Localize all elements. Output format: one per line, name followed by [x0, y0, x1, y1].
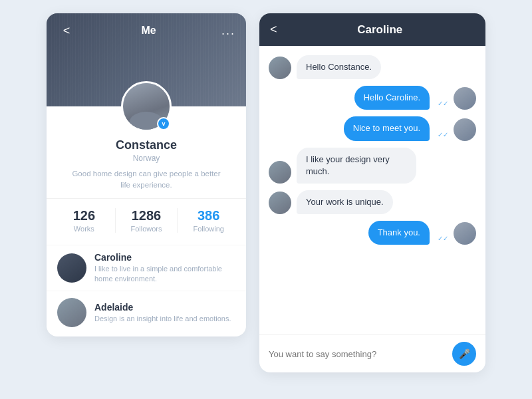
- profile-info: Constance Norway Good home design can gi…: [47, 132, 246, 192]
- chat-back-button[interactable]: <: [270, 23, 277, 37]
- contact-caroline[interactable]: Caroline I like to live in a simple and …: [47, 245, 246, 291]
- chat-header: < Caroline: [259, 13, 485, 46]
- message-avatar: [454, 87, 476, 110]
- profile-name: Constance: [60, 138, 233, 152]
- message-bubble: Your work is unique.: [297, 190, 393, 214]
- message-check-icon: ✓✓: [438, 131, 448, 141]
- contact-caroline-avatar: [57, 253, 86, 283]
- message-avatar: [269, 57, 291, 79]
- chat-messages: Hello Constance.Hello Caroline.✓✓Nice to…: [259, 46, 485, 334]
- message-row: Thank you.✓✓: [269, 221, 476, 245]
- message-bubble: Nice to meet you.: [344, 116, 430, 140]
- stat-followers: 1286 Followors: [115, 208, 178, 233]
- contact-adelaide[interactable]: Adelaide Design is an insight into life …: [47, 291, 246, 334]
- message-check-icon: ✓✓: [438, 100, 448, 110]
- message-row: Nice to meet you.✓✓: [269, 116, 476, 140]
- message-bubble: I like your design very much.: [297, 148, 416, 184]
- message-row: I like your design very much.: [269, 148, 476, 184]
- mic-button[interactable]: 🎤: [452, 342, 476, 366]
- message-row: Hello Constance.: [269, 55, 476, 79]
- message-bubble: Thank you.: [368, 221, 430, 245]
- profile-more-button[interactable]: ...: [221, 24, 235, 38]
- message-avatar: [269, 161, 291, 184]
- followers-number: 1286: [116, 208, 178, 223]
- message-avatar: [269, 192, 291, 214]
- message-avatar: [454, 222, 476, 245]
- contact-caroline-desc: I like to live in a simple and comfortab…: [94, 264, 235, 285]
- profile-back-button[interactable]: <: [57, 21, 76, 40]
- message-bubble: Hello Caroline.: [354, 86, 430, 110]
- profile-header-title: Me: [141, 25, 156, 37]
- contact-caroline-name: Caroline: [94, 252, 235, 263]
- avatar-wrapper: v: [121, 81, 172, 132]
- chat-input-row: 🎤: [259, 334, 485, 372]
- following-label: Following: [178, 225, 239, 233]
- message-check-icon: ✓✓: [438, 235, 448, 245]
- followers-label: Followors: [116, 225, 178, 233]
- works-label: Works: [53, 225, 115, 233]
- message-row: Hello Caroline.✓✓: [269, 86, 476, 110]
- profile-bio: Good home design can give people a bette…: [60, 168, 233, 192]
- works-number: 126: [53, 208, 115, 223]
- contact-adelaide-avatar: [57, 298, 86, 327]
- avatar-section: v: [47, 81, 246, 132]
- contact-caroline-info: Caroline I like to live in a simple and …: [94, 252, 235, 285]
- contact-list: Caroline I like to live in a simple and …: [47, 242, 246, 337]
- contact-adelaide-info: Adelaide Design is an insight into life …: [94, 302, 235, 324]
- message-row: Your work is unique.: [269, 190, 476, 214]
- following-number: 386: [178, 208, 239, 223]
- message-bubble: Hello Constance.: [297, 55, 381, 79]
- chat-title: Caroline: [285, 23, 475, 37]
- chat-input[interactable]: [269, 349, 447, 359]
- stat-following: 386 Following: [177, 208, 239, 233]
- profile-header-bar: < Me ...: [47, 13, 246, 48]
- app-container: < Me ... v Constance Norway Good home de…: [0, 0, 532, 399]
- contact-adelaide-desc: Design is an insight into life and emoti…: [94, 314, 235, 324]
- profile-panel: < Me ... v Constance Norway Good home de…: [47, 13, 246, 336]
- stats-row: 126 Works 1286 Followors 386 Following: [47, 198, 246, 242]
- message-avatar: [454, 118, 476, 141]
- contact-adelaide-name: Adelaide: [94, 302, 235, 313]
- profile-location: Norway: [60, 154, 233, 163]
- mic-icon: 🎤: [459, 348, 470, 359]
- verify-badge: v: [157, 117, 170, 130]
- stat-works: 126 Works: [53, 208, 115, 233]
- chat-panel: < Caroline Hello Constance.Hello Carolin…: [259, 13, 485, 372]
